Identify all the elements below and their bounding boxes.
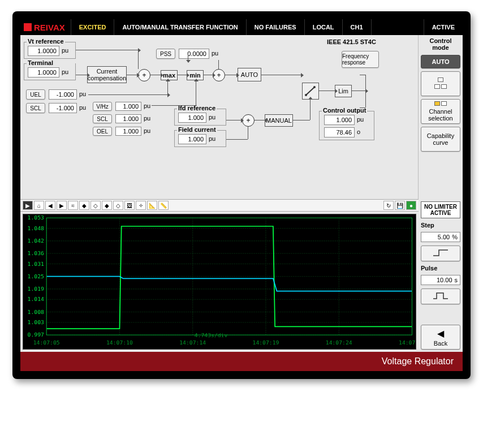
- tool-home-icon[interactable]: ⌂: [34, 201, 44, 210]
- svg-line-0: [306, 87, 314, 95]
- svg-text:1.031: 1.031: [28, 261, 45, 267]
- control-mode-title: Control mode: [421, 37, 460, 51]
- step-input[interactable]: 5.00 %: [421, 232, 460, 242]
- tool-marker2-icon[interactable]: ◇: [90, 201, 101, 210]
- ifd-ref-field[interactable]: 1.000: [178, 113, 206, 123]
- control-output-pu[interactable]: 1.000: [324, 115, 355, 125]
- status-excited[interactable]: EXCITED: [71, 19, 114, 35]
- status-active[interactable]: ACTIVE: [424, 19, 463, 35]
- menu-transfer-function[interactable]: AUTO/MANUAL TRANSFER FUNCTION: [114, 19, 245, 35]
- tool-next-icon[interactable]: ▶: [57, 201, 67, 210]
- vt-ref-label: Vt reference: [27, 38, 65, 45]
- summing-junction-3: [242, 114, 255, 127]
- co-deg-unit: o: [357, 128, 360, 135]
- svg-text:1.048: 1.048: [28, 225, 45, 231]
- back-button[interactable]: ◀ Back: [421, 325, 460, 350]
- block-diagram: IEEE 421.5 ST4C Vt reference 1.0000 pu T…: [20, 35, 419, 199]
- vhz-button[interactable]: V/Hz: [93, 102, 112, 111]
- step-trigger-button[interactable]: [421, 245, 460, 261]
- tool-ruler-icon[interactable]: 📐: [147, 201, 157, 210]
- oel-button[interactable]: OEL: [93, 127, 112, 136]
- uel-value[interactable]: -1.000: [49, 89, 77, 100]
- svg-text:1.025: 1.025: [28, 273, 44, 279]
- status-no-failures[interactable]: NO FAILURES: [246, 19, 304, 35]
- chart-area: ▶ ⌂ ◀ ▶ ≈ ◆ ◇ ◆ ◇ 🖼 ✧ 📐 📏 ↻ 💾 ● 1.0531.0…: [20, 199, 419, 352]
- status-local[interactable]: LOCAL: [304, 19, 342, 35]
- field-current-field[interactable]: 1.000: [178, 134, 206, 144]
- uel-button[interactable]: UEL: [26, 89, 45, 100]
- step-unit: %: [452, 234, 458, 240]
- svg-text:14:07:10: 14:07:10: [106, 339, 133, 346]
- current-compensation-label: Current compensation: [88, 68, 126, 81]
- pss-unit: pu: [212, 50, 218, 57]
- channel-selection-label: Channel selection: [422, 108, 459, 122]
- tool-cursor-icon[interactable]: ✧: [136, 201, 146, 210]
- svg-text:14:07:14: 14:07:14: [179, 339, 206, 346]
- pulse-icon: [432, 292, 449, 300]
- tool-marker3-icon[interactable]: ◆: [102, 201, 112, 210]
- oscilloscope-plot[interactable]: 1.0531.0481.0421.0361.0311.0251.0191.014…: [23, 214, 416, 350]
- svg-point-2: [313, 86, 316, 88]
- brand-logo: REIVAX: [20, 23, 71, 32]
- status-channel[interactable]: CH1: [342, 19, 371, 35]
- tool-marker4-icon[interactable]: ◇: [113, 201, 123, 210]
- control-mode-panel: Control mode AUTO Channel selection Capa…: [419, 35, 463, 199]
- scl2-unit: pu: [144, 115, 150, 122]
- svg-text:1.036: 1.036: [28, 250, 45, 256]
- capability-curve-button[interactable]: Capability curve: [421, 127, 460, 152]
- pss-value[interactable]: 0.0000: [179, 49, 209, 59]
- pulse-input[interactable]: 10.00 s: [421, 275, 460, 285]
- tool-marker1-icon[interactable]: ◆: [79, 201, 89, 210]
- body: IEEE 421.5 ST4C Vt reference 1.0000 pu T…: [20, 35, 463, 199]
- pulse-trigger-button[interactable]: [421, 288, 460, 304]
- frequency-response-button[interactable]: Frequency response: [342, 51, 379, 68]
- scl2-button[interactable]: SCL: [93, 114, 112, 123]
- monitor-frame: REIVAX EXCITED AUTO/MANUAL TRANSFER FUNC…: [12, 11, 471, 379]
- mode-diagram-button[interactable]: [421, 71, 460, 96]
- screen: REIVAX EXCITED AUTO/MANUAL TRANSFER FUNC…: [20, 19, 463, 371]
- current-compensation-box[interactable]: Current compensation: [87, 66, 127, 83]
- auto-block[interactable]: AUTO: [238, 68, 261, 81]
- brand-text: REIVAX: [34, 23, 65, 32]
- control-mode-auto-button[interactable]: AUTO: [421, 55, 460, 68]
- tool-prev-icon[interactable]: ◀: [45, 201, 55, 210]
- vt-ref-field[interactable]: 1.0000: [28, 46, 59, 56]
- tool-wave-icon[interactable]: ≈: [68, 201, 78, 210]
- svg-point-1: [305, 94, 307, 96]
- step-value: 5.00: [438, 234, 450, 240]
- record-icon[interactable]: ●: [406, 201, 416, 210]
- oel-unit: pu: [144, 127, 150, 134]
- control-output-deg[interactable]: 78.46: [324, 127, 355, 137]
- vhz-value[interactable]: 1.000: [115, 102, 141, 111]
- svg-text:1.003: 1.003: [28, 319, 45, 325]
- footer-title: Voltage Regulator: [20, 352, 463, 371]
- back-label: Back: [434, 340, 447, 347]
- svg-text:1.014: 1.014: [28, 296, 45, 303]
- chart-toolbar: ▶ ⌂ ◀ ▶ ≈ ◆ ◇ ◆ ◇ 🖼 ✧ 📐 📏 ↻ 💾 ●: [20, 199, 419, 212]
- play-button[interactable]: ▶: [23, 201, 33, 210]
- model-label: IEEE 421.5 ST4C: [326, 38, 377, 45]
- scl-value[interactable]: -1.000: [49, 103, 77, 113]
- manual-block[interactable]: MANUAL: [265, 114, 293, 127]
- oel-value[interactable]: 1.000: [115, 127, 141, 136]
- pulse-label: Pulse: [421, 265, 460, 272]
- scl-unit: pu: [79, 104, 86, 111]
- scl2-value[interactable]: 1.000: [115, 114, 141, 123]
- svg-text:4.743s/div: 4.743s/div: [195, 333, 228, 339]
- tool-image-icon[interactable]: 🖼: [124, 201, 135, 210]
- scl-button[interactable]: SCL: [26, 103, 45, 113]
- svg-text:14:07:24: 14:07:24: [326, 339, 352, 346]
- ifd-ref-unit: pu: [209, 114, 215, 120]
- tool-measure-icon[interactable]: 📏: [158, 201, 169, 210]
- pss-button[interactable]: PSS: [156, 49, 175, 59]
- channel-selection-button[interactable]: Channel selection: [421, 99, 460, 124]
- svg-text:14:07:19: 14:07:19: [253, 339, 279, 346]
- back-arrow-icon: ◀: [437, 328, 444, 339]
- save-icon[interactable]: 💾: [395, 201, 405, 210]
- svg-text:1.053: 1.053: [28, 215, 45, 221]
- term-v-field[interactable]: 1.0000: [28, 67, 59, 77]
- topbar: REIVAX EXCITED AUTO/MANUAL TRANSFER FUNC…: [20, 19, 463, 35]
- refresh-icon[interactable]: ↻: [383, 201, 394, 210]
- step-label: Step: [421, 222, 460, 229]
- svg-text:1.042: 1.042: [28, 238, 44, 244]
